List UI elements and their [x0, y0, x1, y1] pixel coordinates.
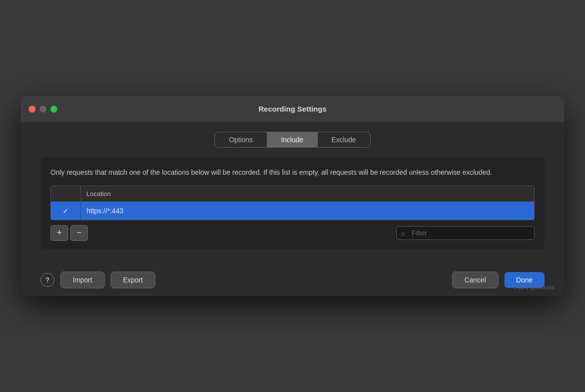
window-title: Recording Settings — [258, 105, 327, 113]
minimize-button[interactable] — [40, 106, 46, 113]
export-button[interactable]: Export — [111, 272, 155, 288]
filter-input[interactable] — [396, 226, 535, 240]
import-button[interactable]: Import — [60, 272, 105, 288]
tab-group: Options Include Exclude — [214, 132, 370, 148]
tab-include[interactable]: Include — [267, 132, 318, 147]
traffic-lights — [29, 106, 57, 113]
close-button[interactable] — [29, 106, 36, 113]
include-panel: Only requests that match one of the loca… — [41, 157, 544, 249]
tab-exclude[interactable]: Exclude — [318, 132, 370, 147]
search-icon: ⌕ — [401, 229, 405, 237]
location-column-header: Location — [81, 190, 111, 197]
check-column-header — [51, 186, 81, 201]
table-row[interactable]: ✓ https://*:443 — [51, 202, 534, 220]
watermark-text: CSDN @mixboot — [513, 284, 554, 290]
help-button[interactable]: ? — [41, 273, 54, 287]
locations-table: Location ✓ https://*:443 — [50, 186, 535, 220]
row-location-value: https://*:443 — [81, 207, 124, 215]
row-checkbox[interactable]: ✓ — [51, 202, 81, 220]
description-text: Only requests that match one of the loca… — [50, 167, 535, 178]
add-button[interactable]: + — [50, 225, 68, 241]
cancel-button[interactable]: Cancel — [452, 272, 499, 288]
table-header: Location — [51, 186, 534, 202]
main-content: Options Include Exclude Only requests th… — [21, 122, 564, 264]
table-body: ✓ https://*:443 — [51, 202, 534, 220]
tab-bar: Options Include Exclude — [41, 132, 544, 148]
bottom-bar: ? Import Export Cancel Done — [21, 264, 564, 296]
titlebar: Recording Settings — [21, 96, 564, 122]
tab-options[interactable]: Options — [215, 132, 267, 147]
table-toolbar: + − ⌕ — [50, 225, 535, 241]
remove-button[interactable]: − — [70, 225, 88, 241]
recording-settings-window: Recording Settings Options Include Exclu… — [21, 96, 564, 296]
maximize-button[interactable] — [50, 106, 57, 113]
filter-wrapper: ⌕ — [396, 226, 535, 240]
